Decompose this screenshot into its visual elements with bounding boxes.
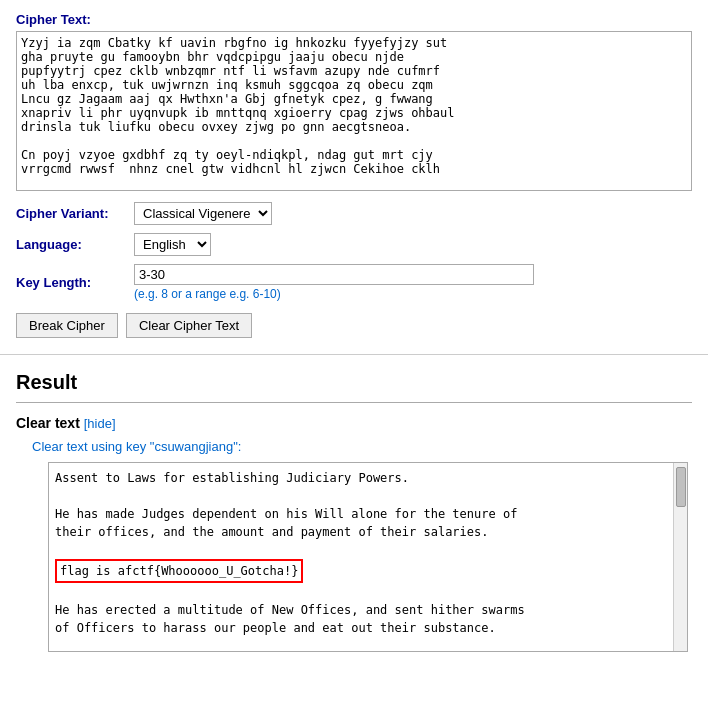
key-length-label: Key Length: xyxy=(16,275,126,290)
clear-cipher-button[interactable]: Clear Cipher Text xyxy=(126,313,252,338)
language-label: Language: xyxy=(16,237,126,252)
cipher-text-wrapper xyxy=(16,31,692,194)
cipher-section: Cipher Text: Cipher Variant: Classical V… xyxy=(0,0,708,355)
key-info: Clear text using key "csuwangjiang": xyxy=(32,439,692,454)
result-line-7: He has erected a multitude of New Office… xyxy=(55,601,681,619)
cipher-variant-label: Cipher Variant: xyxy=(16,206,126,221)
clear-text-heading: Clear text [hide] xyxy=(16,415,692,431)
result-section: Result Clear text [hide] Clear text usin… xyxy=(0,355,708,660)
key-length-hint: (e.g. 8 or a range e.g. 6-10) xyxy=(134,287,534,301)
result-line-8: of Officers to harass our people and eat… xyxy=(55,619,681,637)
result-line-1 xyxy=(55,487,681,505)
key-length-input[interactable] xyxy=(134,264,534,285)
key-length-row: Key Length: (e.g. 8 or a range e.g. 6-10… xyxy=(16,264,692,301)
result-line-2: He has made Judges dependent on his Will… xyxy=(55,505,681,523)
result-line-6 xyxy=(55,583,681,601)
language-select[interactable]: English German French Spanish xyxy=(134,233,211,256)
cipher-variant-select[interactable]: Classical Vigenere Beaufort Variant Beau… xyxy=(134,202,272,225)
result-text-outer: Assent to Laws for establishing Judiciar… xyxy=(32,462,692,652)
result-line-4 xyxy=(55,541,681,559)
result-line-3: their offices, and the amount and paymen… xyxy=(55,523,681,541)
language-row: Language: English German French Spanish xyxy=(16,233,692,256)
cipher-textarea[interactable] xyxy=(16,31,692,191)
result-title: Result xyxy=(16,371,692,394)
result-flag-line: flag is afctf{Whoooooo_U_Gotcha!} xyxy=(55,559,681,583)
cipher-variant-row: Cipher Variant: Classical Vigenere Beauf… xyxy=(16,202,692,225)
result-scrollbar-track[interactable] xyxy=(673,463,687,651)
result-scrollbar-thumb[interactable] xyxy=(676,467,686,507)
hide-link[interactable]: [hide] xyxy=(84,416,116,431)
clear-text-label: Clear text xyxy=(16,415,80,431)
result-line-0: Assent to Laws for establishing Judiciar… xyxy=(55,469,681,487)
key-length-wrapper: (e.g. 8 or a range e.g. 6-10) xyxy=(134,264,534,301)
flag-highlighted: flag is afctf{Whoooooo_U_Gotcha!} xyxy=(55,559,303,583)
result-divider xyxy=(16,402,692,403)
cipher-text-label: Cipher Text: xyxy=(16,12,692,27)
button-row: Break Cipher Clear Cipher Text xyxy=(16,313,692,338)
break-cipher-button[interactable]: Break Cipher xyxy=(16,313,118,338)
result-text-block: Assent to Laws for establishing Judiciar… xyxy=(48,462,688,652)
